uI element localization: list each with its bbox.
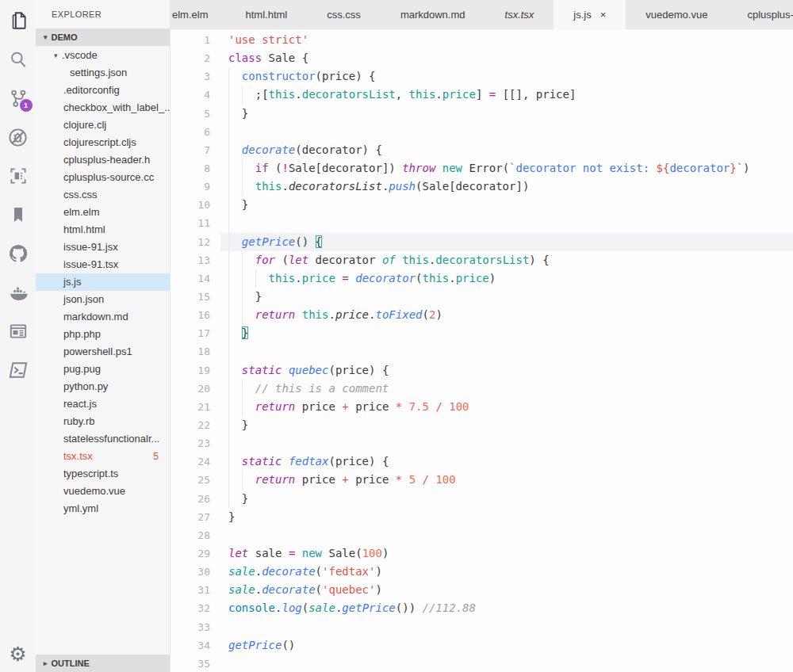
file-item-.vscode[interactable]: ▾.vscode xyxy=(36,47,170,64)
code-line-25[interactable]: 25 return price + price * 5 / 100 xyxy=(170,471,793,489)
close-icon[interactable]: × xyxy=(600,9,607,21)
file-item-settings.json[interactable]: settings.json xyxy=(36,64,170,82)
line-number: 9 xyxy=(170,178,210,196)
code-line-35[interactable]: 35 xyxy=(170,655,793,672)
code-line-4[interactable]: 4 ;[this.decoratorsList, this.price] = [… xyxy=(170,86,793,104)
code-line-10[interactable]: 10 } xyxy=(170,196,793,214)
code-line-1[interactable]: 1'use strict' xyxy=(170,31,793,49)
file-item-markdown.md[interactable]: markdown.md xyxy=(36,308,170,326)
file-item-powershell.ps1[interactable]: powershell.ps1 xyxy=(36,343,170,361)
code-line-26[interactable]: 26 } xyxy=(170,490,793,508)
line-number: 10 xyxy=(170,196,210,214)
file-item-css.css[interactable]: css.css xyxy=(36,186,170,204)
file-item-cplusplus-header.h[interactable]: cplusplus-header.h xyxy=(36,151,170,169)
code-line-17[interactable]: 17 } xyxy=(170,324,793,342)
file-item-issue-91.jsx[interactable]: issue-91.jsx xyxy=(36,239,170,256)
file-item-json.json[interactable]: json.json xyxy=(36,291,170,308)
code-line-15[interactable]: 15 } xyxy=(170,288,793,306)
code-line-5[interactable]: 5 } xyxy=(170,105,793,123)
docker-icon[interactable] xyxy=(7,281,29,304)
code-text: decorate(decorator) { xyxy=(210,141,382,159)
code-line-18[interactable]: 18 xyxy=(170,342,793,361)
code-text: sale.decorate('quebec') xyxy=(210,581,382,599)
tab-cplusplus-header.h[interactable]: cplusplus-header.h xyxy=(727,0,793,29)
indent-guide xyxy=(228,471,229,489)
code-text: ;[this.decoratorsList, this.price] = [[]… xyxy=(210,86,576,104)
tab-tsx.tsx[interactable]: tsx.tsx xyxy=(485,0,554,29)
code-text: 'use strict' xyxy=(210,31,308,49)
file-item-issue-91.tsx[interactable]: issue-91.tsx xyxy=(36,256,170,273)
file-item-cplusplus-source.cc[interactable]: cplusplus-source.cc xyxy=(36,169,170,186)
file-item-statelessfunctionalr...[interactable]: statelessfunctionalr... xyxy=(36,430,170,448)
powershell-icon[interactable] xyxy=(7,359,29,381)
file-item-elm.elm[interactable]: elm.elm xyxy=(36,204,170,221)
search-icon[interactable] xyxy=(7,48,29,71)
file-item-label: settings.json xyxy=(70,64,127,82)
code-line-3[interactable]: 3 constructor(price) { xyxy=(170,67,793,86)
file-item-typescript.ts[interactable]: typescript.ts xyxy=(36,465,170,483)
code-line-8[interactable]: 8 if (!Sale[decorator]) throw new Error(… xyxy=(170,159,793,178)
code-line-32[interactable]: 32console.log(sale.getPrice()) //112.88 xyxy=(170,599,793,617)
code-line-29[interactable]: 29let sale = new Sale(100) xyxy=(170,544,793,563)
code-line-34[interactable]: 34getPrice() xyxy=(170,636,793,655)
code-line-28[interactable]: 28 xyxy=(170,526,793,544)
code-line-6[interactable]: 6 xyxy=(170,123,793,141)
file-item-checkbox-with-label-...[interactable]: checkbox_with_label_... xyxy=(36,99,170,116)
tab-elm.elm[interactable]: elm.elm xyxy=(170,0,226,29)
file-item-vuedemo.vue[interactable]: vuedemo.vue xyxy=(36,483,170,500)
code-text: return price + price * 7.5 / 100 xyxy=(210,398,469,416)
browser-preview-icon[interactable] xyxy=(7,320,29,342)
code-line-2[interactable]: 2class Sale { xyxy=(170,49,793,67)
bookmark-icon[interactable] xyxy=(7,204,29,226)
file-item-python.py[interactable]: python.py xyxy=(36,378,170,395)
code-line-9[interactable]: 9 this.decoratorsList.push(Sale[decorato… xyxy=(170,178,793,196)
code-line-33[interactable]: 33 xyxy=(170,618,793,636)
code-line-16[interactable]: 16 return this.price.toFixed(2) xyxy=(170,306,793,324)
file-item-html.html[interactable]: html.html xyxy=(36,221,170,239)
file-item-js.js[interactable]: js.js xyxy=(36,273,170,291)
code-line-23[interactable]: 23 xyxy=(170,434,793,452)
code-line-21[interactable]: 21 return price + price * 7.5 / 100 xyxy=(170,398,793,416)
code-text xyxy=(210,342,228,361)
tab-markdown.md[interactable]: markdown.md xyxy=(381,0,485,29)
code-line-27[interactable]: 27} xyxy=(170,508,793,526)
settings-gear-icon[interactable]: ⚙ xyxy=(0,644,36,664)
code-line-13[interactable]: 13 for (let decorator of this.decorators… xyxy=(170,251,793,269)
code-line-19[interactable]: 19 static quebec(price) { xyxy=(170,361,793,380)
outline-section[interactable]: ▸ OUTLINE xyxy=(36,655,170,672)
extensions-icon[interactable] xyxy=(7,165,29,187)
code-text: } xyxy=(210,288,262,306)
file-item-yml.yml[interactable]: yml.yml xyxy=(36,500,170,517)
code-line-22[interactable]: 22 } xyxy=(170,416,793,434)
file-item-react.js[interactable]: react.js xyxy=(36,395,170,413)
file-item-php.php[interactable]: php.php xyxy=(36,326,170,343)
explorer-icon[interactable] xyxy=(7,10,29,32)
code-line-12[interactable]: 12 getPrice() { xyxy=(170,233,793,251)
file-item-.editorconfig[interactable]: .editorconfig xyxy=(36,82,170,99)
file-item-tsx.tsx[interactable]: tsx.tsx5 xyxy=(36,448,170,465)
tab-html.html[interactable]: html.html xyxy=(226,0,308,29)
tab-js.js[interactable]: js.js× xyxy=(554,0,626,29)
github-icon[interactable] xyxy=(7,242,29,265)
folder-root-demo[interactable]: ▾ DEMO xyxy=(36,29,170,46)
file-item-clojure.clj[interactable]: clojure.clj xyxy=(36,116,170,134)
code-line-31[interactable]: 31sale.decorate('quebec') xyxy=(170,581,793,599)
source-control-icon[interactable]: 1 xyxy=(7,87,29,109)
code-line-24[interactable]: 24 static fedtax(price) { xyxy=(170,452,793,471)
code-line-11[interactable]: 11 xyxy=(170,214,793,232)
tab-vuedemo.vue[interactable]: vuedemo.vue xyxy=(626,0,727,29)
file-item-label: php.php xyxy=(63,326,101,343)
bug-slash-icon[interactable] xyxy=(7,126,29,148)
code-text: } xyxy=(210,490,248,508)
code-line-20[interactable]: 20 // this is a comment xyxy=(170,380,793,398)
code-line-7[interactable]: 7 decorate(decorator) { xyxy=(170,141,793,159)
file-item-ruby.rb[interactable]: ruby.rb xyxy=(36,413,170,430)
file-item-clojurescript.cljs[interactable]: clojurescript.cljs xyxy=(36,134,170,151)
code-text: sale.decorate('fedtax') xyxy=(210,563,382,581)
code-editor[interactable]: 1'use strict'2class Sale {3 constructor(… xyxy=(170,29,793,672)
code-line-14[interactable]: 14 this.price = decorator(this.price) xyxy=(170,269,793,288)
file-item-pug.pug[interactable]: pug.pug xyxy=(36,361,170,378)
tab-css.css[interactable]: css.css xyxy=(307,0,381,29)
editor-group: elm.elmhtml.htmlcss.cssmarkdown.mdtsx.ts… xyxy=(170,0,793,672)
code-line-30[interactable]: 30sale.decorate('fedtax') xyxy=(170,563,793,581)
